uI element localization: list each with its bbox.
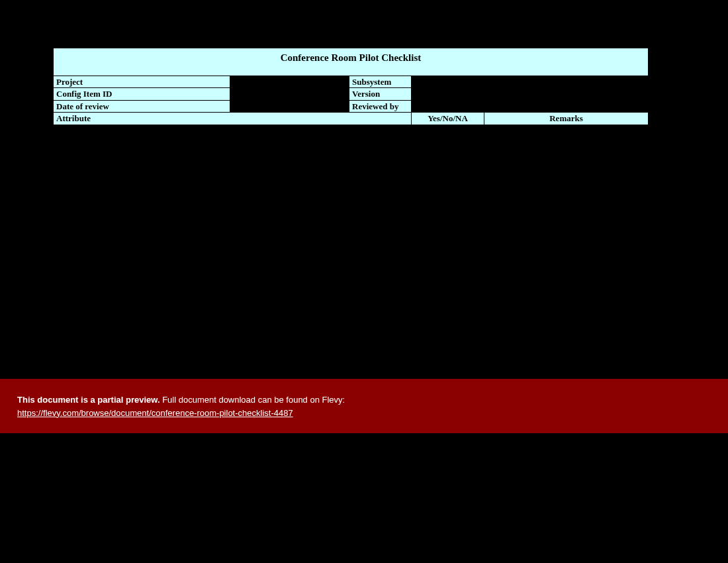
value-subsystem — [412, 76, 649, 89]
value-date-of-review — [230, 101, 349, 113]
meta-row-date: Date of review Reviewed by — [53, 101, 649, 113]
preview-banner: This document is a partial preview. Full… — [0, 379, 728, 433]
value-reviewed-by — [412, 101, 649, 113]
banner-bold-text: This document is a partial preview. — [17, 395, 160, 405]
header-remarks: Remarks — [484, 113, 649, 125]
meta-row-config: Config Item ID Version — [53, 88, 649, 101]
value-version — [412, 88, 649, 101]
header-yes-no-na: Yes/No/NA — [412, 113, 484, 125]
banner-line-1: This document is a partial preview. Full… — [17, 393, 711, 407]
banner-link[interactable]: https://flevy.com/browse/document/confer… — [17, 408, 293, 418]
label-version: Version — [349, 88, 412, 101]
label-date-of-review: Date of review — [53, 101, 230, 113]
value-project — [230, 76, 349, 89]
label-subsystem: Subsystem — [349, 76, 412, 89]
column-headers: Attribute Yes/No/NA Remarks — [53, 113, 649, 125]
banner-rest-text: Full document download can be found on F… — [160, 395, 345, 405]
label-config-item-id: Config Item ID — [53, 88, 230, 101]
label-reviewed-by: Reviewed by — [349, 101, 412, 113]
header-attribute: Attribute — [53, 113, 412, 125]
label-project: Project — [53, 76, 230, 89]
value-config-item-id — [230, 88, 349, 101]
sheet-title: Conference Room Pilot Checklist — [53, 48, 649, 76]
checklist-sheet: Conference Room Pilot Checklist Project … — [53, 48, 649, 125]
meta-row-project: Project Subsystem — [53, 76, 649, 89]
